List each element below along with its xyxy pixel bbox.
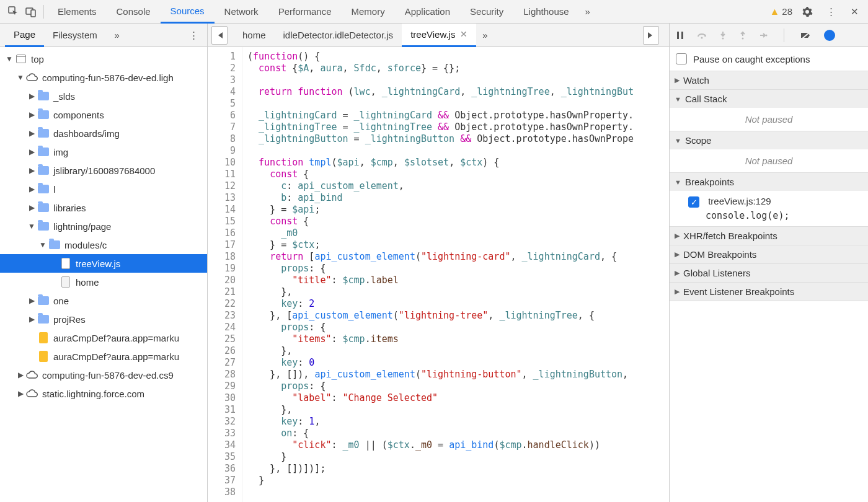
tree-label: libraries — [53, 203, 86, 213]
kebab-menu-icon[interactable]: ⋮ — [185, 27, 202, 44]
editor-tab[interactable]: idleDetector.idleDetector.js — [275, 24, 402, 47]
tree-label: img — [53, 147, 68, 157]
disclosure-icon[interactable]: ▶ — [27, 185, 36, 193]
pause-icon[interactable] — [676, 31, 684, 40]
disclosure-icon[interactable] — [50, 259, 58, 268]
xhr-pane: ▶XHR/fetch Breakpoints — [670, 227, 868, 245]
tree-row[interactable]: ▶components — [0, 105, 207, 124]
debugger-panel: Pause on caught exceptions ▶Watch ▼Call … — [670, 24, 868, 502]
folder-icon — [37, 183, 50, 195]
panel-tab-sources[interactable]: Sources — [161, 0, 215, 24]
disclosure-icon[interactable]: ▶ — [16, 389, 25, 398]
step-out-icon[interactable] — [739, 31, 746, 40]
folder-open-icon — [37, 220, 50, 232]
breakpoint-item[interactable]: ✓ treeView.js:129 — [670, 191, 868, 210]
disclosure-icon[interactable]: ▶ — [27, 110, 36, 119]
disclosure-icon[interactable] — [27, 333, 36, 342]
pane-header[interactable]: ▶Global Listeners — [670, 264, 868, 282]
disclosure-icon[interactable]: ▶ — [27, 129, 36, 138]
tree-row[interactable]: ▶_slds — [0, 87, 207, 105]
pane-header[interactable]: ▶Watch — [670, 71, 868, 89]
tree-label: dashboards/img — [53, 128, 120, 139]
tree-row[interactable]: ▼modules/c — [0, 236, 207, 254]
tree-row[interactable]: ▶libraries — [0, 198, 207, 217]
panel-tab-performance[interactable]: Performance — [268, 0, 342, 24]
pause-exceptions-row[interactable]: Pause on caught exceptions — [670, 47, 868, 71]
disclosure-icon[interactable]: ▶ — [27, 296, 36, 305]
disclosure-icon[interactable]: ▶ — [27, 315, 36, 324]
dom-pane: ▶DOM Breakpoints — [670, 245, 868, 264]
file-icon — [60, 276, 72, 288]
code-editor[interactable]: 1234567891011121314151617181920212223242… — [208, 47, 669, 502]
more-editor-tabs-icon[interactable]: » — [476, 27, 494, 44]
pane-header[interactable]: ▶Event Listener Breakpoints — [670, 283, 868, 301]
disclosure-icon[interactable]: ▶ — [27, 203, 36, 212]
checkbox[interactable] — [676, 53, 687, 64]
pane-header[interactable]: ▶DOM Breakpoints — [670, 245, 868, 263]
tree-row[interactable]: ▶static.lightning.force.com — [0, 384, 207, 403]
tree-row[interactable]: home — [0, 273, 207, 291]
close-tab-icon[interactable]: ✕ — [460, 29, 467, 39]
nav-forward-icon[interactable] — [643, 26, 659, 45]
more-side-tabs-icon[interactable]: » — [108, 27, 126, 44]
tree-row[interactable]: auraCmpDef?aura.app=marku — [0, 347, 207, 366]
pane-header[interactable]: ▼Breakpoints — [670, 173, 868, 191]
tree-row[interactable]: ▶dashboards/img — [0, 124, 207, 143]
disclosure-icon[interactable]: ▼ — [38, 240, 47, 249]
kebab-menu-icon[interactable]: ⋮ — [822, 3, 839, 20]
pane-header[interactable]: ▶XHR/fetch Breakpoints — [670, 227, 868, 245]
panel-tab-application[interactable]: Application — [395, 0, 460, 24]
step-over-icon[interactable] — [697, 31, 707, 40]
tree-row[interactable]: ▼computing-fun-5876-dev-ed.ligh — [0, 68, 207, 87]
tree-row[interactable]: ▼lightning/page — [0, 217, 207, 236]
tree-row[interactable]: auraCmpDef?aura.app=marku — [0, 328, 207, 347]
disclosure-icon[interactable] — [50, 278, 58, 286]
sidebar-tab-page[interactable]: Page — [5, 24, 44, 47]
panel-tab-network[interactable]: Network — [215, 0, 268, 24]
tree-row[interactable]: ▶l — [0, 180, 207, 198]
disclosure-icon[interactable]: ▶ — [27, 166, 36, 175]
tree-row[interactable]: ▶computing-fun-5876-dev-ed.cs9 — [0, 366, 207, 384]
tree-label: one — [53, 296, 69, 306]
panel-tab-security[interactable]: Security — [460, 0, 513, 24]
settings-icon[interactable] — [799, 3, 816, 20]
deactivate-breakpoints-icon[interactable] — [800, 31, 812, 40]
event-pane: ▶Event Listener Breakpoints — [670, 283, 868, 301]
editor-tab[interactable]: treeView.js✕ — [402, 24, 476, 47]
disclosure-icon[interactable]: ▶ — [16, 371, 25, 379]
disclosure-icon[interactable] — [27, 352, 36, 361]
pane-header[interactable]: ▼Scope — [670, 131, 868, 149]
disclosure-icon[interactable]: ▼ — [27, 222, 36, 231]
more-tabs-icon[interactable]: » — [579, 3, 596, 20]
warning-count[interactable]: ▲ 28 — [769, 6, 792, 17]
line-gutter: 1234567891011121314151617181920212223242… — [208, 47, 242, 502]
checkbox[interactable]: ✓ — [688, 196, 699, 208]
tree-row[interactable]: ▶jslibrary/1600897684000 — [0, 161, 207, 180]
device-toggle-icon[interactable] — [22, 3, 40, 20]
tree-row[interactable]: ▶projRes — [0, 310, 207, 328]
pause-on-exceptions-icon[interactable] — [824, 30, 835, 41]
disclosure-icon[interactable]: ▶ — [27, 92, 36, 100]
disclosure-icon[interactable]: ▼ — [5, 55, 14, 63]
tree-row[interactable]: ▼top — [0, 50, 207, 68]
close-icon[interactable]: ✕ — [846, 3, 863, 20]
sidebar-tab-filesystem[interactable]: Filesystem — [44, 24, 106, 47]
disclosure-icon[interactable]: ▼ — [16, 73, 25, 82]
file-icon — [60, 257, 72, 270]
tree-row[interactable]: treeView.js — [0, 254, 207, 273]
panel-tab-lighthouse[interactable]: Lighthouse — [513, 0, 578, 24]
step-icon[interactable] — [759, 31, 768, 40]
inspect-icon[interactable] — [5, 3, 22, 20]
panel-tab-console[interactable]: Console — [107, 0, 161, 24]
pane-header[interactable]: ▼Call Stack — [670, 90, 868, 108]
tree-row[interactable]: ▶one — [0, 291, 207, 310]
svg-rect-2 — [31, 10, 35, 17]
nav-back-icon[interactable] — [211, 26, 228, 45]
panel-tab-elements[interactable]: Elements — [48, 0, 107, 24]
step-into-icon[interactable] — [719, 31, 727, 40]
editor-tab[interactable]: home — [234, 24, 275, 47]
panel-tab-memory[interactable]: Memory — [342, 0, 395, 24]
svg-point-8 — [766, 34, 768, 36]
disclosure-icon[interactable]: ▶ — [27, 148, 36, 156]
tree-row[interactable]: ▶img — [0, 143, 207, 161]
